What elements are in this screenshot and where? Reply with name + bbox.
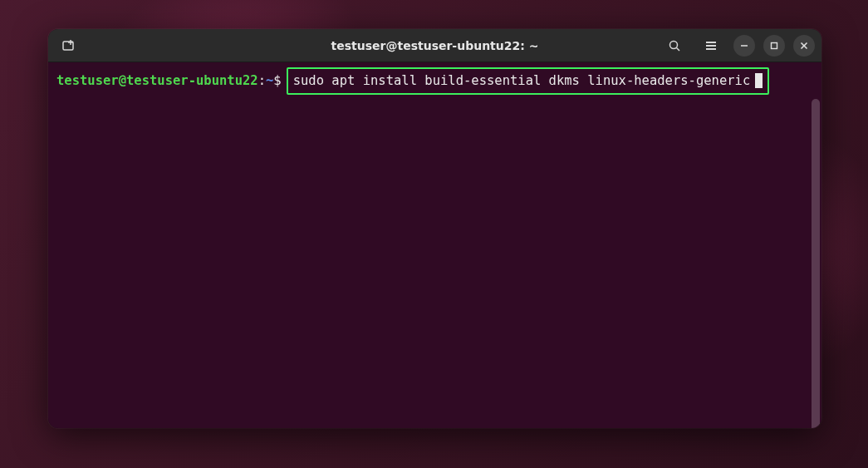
command-highlight-box: sudo apt install build-essential dkms li… [287, 67, 770, 95]
menu-button[interactable] [697, 33, 725, 58]
titlebar: testuser@testuser-ubuntu22: ~ [48, 29, 821, 62]
titlebar-left-controls [55, 33, 83, 58]
hamburger-icon [704, 39, 718, 52]
terminal-body[interactable]: testuser@testuser-ubuntu22:~$ sudo apt i… [48, 62, 821, 428]
new-tab-icon [61, 38, 76, 53]
minimize-button[interactable] [733, 35, 755, 57]
svg-line-4 [677, 47, 680, 51]
prompt-path: ~ [266, 72, 273, 90]
terminal-window: testuser@testuser-ubuntu22: ~ [48, 29, 821, 428]
search-icon [668, 39, 681, 52]
prompt-separator: : [258, 72, 266, 90]
scrollbar[interactable] [812, 99, 820, 428]
minimize-icon [740, 42, 748, 50]
svg-point-3 [670, 41, 678, 48]
search-button[interactable] [660, 33, 689, 58]
prompt-user-host: testuser@testuser-ubuntu22 [56, 72, 258, 90]
maximize-icon [770, 42, 778, 50]
close-button[interactable] [793, 35, 815, 57]
close-icon [800, 42, 808, 50]
prompt-line: testuser@testuser-ubuntu22:~$ sudo apt i… [56, 67, 813, 95]
command-text: sudo apt install build-essential dkms li… [293, 72, 751, 90]
new-tab-button[interactable] [55, 33, 83, 58]
terminal-cursor [755, 73, 763, 88]
titlebar-right-controls [660, 33, 815, 58]
maximize-button[interactable] [763, 35, 785, 57]
window-title: testuser@testuser-ubuntu22: ~ [331, 39, 539, 52]
prompt-symbol: $ [273, 72, 281, 90]
svg-rect-9 [772, 42, 777, 48]
